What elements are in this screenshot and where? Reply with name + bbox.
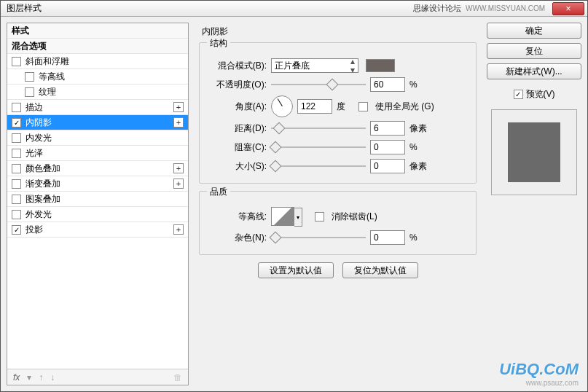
style-label: 光泽 <box>26 147 43 160</box>
opacity-slider[interactable] <box>271 79 366 90</box>
style-checkbox[interactable] <box>12 164 21 173</box>
shadow-color-swatch[interactable] <box>366 59 395 72</box>
structure-legend: 结构 <box>207 37 230 50</box>
style-label: 外发光 <box>26 208 52 221</box>
style-label: 斜面和浮雕 <box>26 55 69 68</box>
add-instance-icon[interactable]: + <box>173 179 184 189</box>
chevron-down-icon[interactable]: ▾ <box>294 208 302 227</box>
brand-text: 思缘设计论坛 <box>413 3 461 14</box>
style-checkbox[interactable] <box>25 87 34 97</box>
sidebar-footer: fx ▾ ↑ ↓ 🗑 <box>7 369 188 385</box>
global-light-checkbox[interactable] <box>358 102 368 111</box>
style-checkbox[interactable] <box>12 57 21 66</box>
panel-title: 内阴影 <box>202 26 477 38</box>
angle-unit: 度 <box>337 101 354 113</box>
contour-label: 等高线: <box>207 211 267 223</box>
style-item[interactable]: ✓内阴影+ <box>7 115 188 130</box>
structure-group: 结构 混合模式(B): 正片叠底 ▴▾ 不透明度(O): 60 % <box>199 42 477 184</box>
distance-unit: 像素 <box>409 122 427 135</box>
style-label: 内阴影 <box>26 117 52 129</box>
opacity-unit: % <box>409 79 427 90</box>
styles-sidebar: 样式混合选项斜面和浮雕等高线纹理描边+✓内阴影+内发光光泽颜色叠加+渐变叠加+图… <box>7 23 189 385</box>
angle-label: 角度(A): <box>207 101 267 113</box>
preview-checkbox[interactable]: ✓ <box>514 90 523 99</box>
style-item[interactable]: 内发光 <box>7 130 188 146</box>
blend-mode-select[interactable]: 正片叠底 ▴▾ <box>271 58 358 73</box>
style-checkbox[interactable]: ✓ <box>12 118 21 128</box>
style-label: 描边 <box>26 101 43 114</box>
style-checkbox[interactable] <box>12 195 21 204</box>
blend-options-header: 混合选项 <box>7 39 188 54</box>
reset-default-button[interactable]: 复位为默认值 <box>342 262 418 278</box>
distance-label: 距离(D): <box>207 122 267 135</box>
noise-slider[interactable] <box>271 232 366 243</box>
style-checkbox[interactable] <box>25 72 34 82</box>
style-label: 等高线 <box>39 71 65 83</box>
ok-button[interactable]: 确定 <box>487 23 581 39</box>
style-item[interactable]: 斜面和浮雕 <box>7 54 188 69</box>
style-item[interactable]: ✓投影+ <box>7 222 188 238</box>
opacity-input[interactable]: 60 <box>370 77 405 92</box>
preview-thumbnail <box>491 109 577 195</box>
add-instance-icon[interactable]: + <box>173 224 184 235</box>
style-label: 内发光 <box>26 132 52 144</box>
style-item[interactable]: 描边+ <box>7 100 188 115</box>
move-down-icon[interactable]: ↓ <box>50 372 55 383</box>
choke-slider[interactable] <box>271 142 366 152</box>
trash-icon[interactable]: 🗑 <box>173 372 182 383</box>
fx-menu[interactable]: fx <box>13 372 20 383</box>
style-label: 颜色叠加 <box>26 162 60 175</box>
antialias-checkbox[interactable] <box>315 212 324 222</box>
choke-input[interactable]: 0 <box>370 140 405 154</box>
choke-unit: % <box>409 142 427 152</box>
size-slider[interactable] <box>271 161 366 171</box>
distance-slider[interactable] <box>271 123 366 133</box>
reset-button[interactable]: 复位 <box>487 43 581 59</box>
style-item[interactable]: 等高线 <box>7 69 188 85</box>
style-item[interactable]: 渐变叠加+ <box>7 176 188 192</box>
style-item[interactable]: 光泽 <box>7 146 188 161</box>
move-up-icon[interactable]: ↑ <box>39 372 43 383</box>
angle-dial[interactable] <box>271 95 293 117</box>
style-item[interactable]: 颜色叠加+ <box>7 161 188 176</box>
style-item[interactable]: 外发光 <box>7 207 188 222</box>
quality-group: 品质 等高线: ▾ 消除锯齿(L) 杂色(N): 0 % <box>199 191 477 255</box>
add-instance-icon[interactable]: + <box>173 117 184 128</box>
make-default-button[interactable]: 设置为默认值 <box>258 262 334 278</box>
style-checkbox[interactable] <box>12 103 21 112</box>
style-checkbox[interactable]: ✓ <box>12 225 21 235</box>
style-label: 投影 <box>26 224 43 236</box>
titlebar[interactable]: 图层样式 思缘设计论坛 WWW.MISSYUAN.COM × <box>1 1 587 17</box>
noise-unit: % <box>409 232 427 243</box>
quality-legend: 品质 <box>207 186 230 198</box>
style-item[interactable]: 纹理 <box>7 85 188 100</box>
angle-input[interactable]: 122 <box>297 99 332 114</box>
style-checkbox[interactable] <box>12 179 21 189</box>
new-style-button[interactable]: 新建样式(W)... <box>487 63 581 79</box>
styles-header: 样式 <box>7 23 188 39</box>
style-checkbox[interactable] <box>12 149 21 158</box>
settings-panel: 内阴影 结构 混合模式(B): 正片叠底 ▴▾ 不透明度(O): 60 % <box>193 23 482 385</box>
style-item[interactable]: 图案叠加 <box>7 192 188 207</box>
style-label: 渐变叠加 <box>26 178 60 190</box>
noise-input[interactable]: 0 <box>370 230 405 245</box>
noise-label: 杂色(N): <box>207 232 267 244</box>
antialias-label: 消除锯齿(L) <box>332 211 377 223</box>
layer-style-dialog: 图层样式 思缘设计论坛 WWW.MISSYUAN.COM × 样式混合选项斜面和… <box>0 0 588 392</box>
contour-picker[interactable]: ▾ <box>271 207 294 226</box>
global-light-label: 使用全局光 (G) <box>375 101 434 113</box>
distance-input[interactable]: 6 <box>370 121 405 136</box>
size-unit: 像素 <box>409 160 427 173</box>
style-label: 图案叠加 <box>26 193 60 205</box>
style-checkbox[interactable] <box>12 133 21 143</box>
style-checkbox[interactable] <box>12 210 21 219</box>
size-input[interactable]: 0 <box>370 159 405 173</box>
close-button[interactable]: × <box>552 2 584 15</box>
style-label: 纹理 <box>39 86 56 98</box>
close-icon: × <box>565 4 571 14</box>
preview-label: 预览(V) <box>526 88 555 101</box>
add-instance-icon[interactable]: + <box>173 163 184 173</box>
brand-url: WWW.MISSYUAN.COM <box>466 4 545 12</box>
window-title: 图层样式 <box>4 2 42 15</box>
add-instance-icon[interactable]: + <box>173 102 184 112</box>
